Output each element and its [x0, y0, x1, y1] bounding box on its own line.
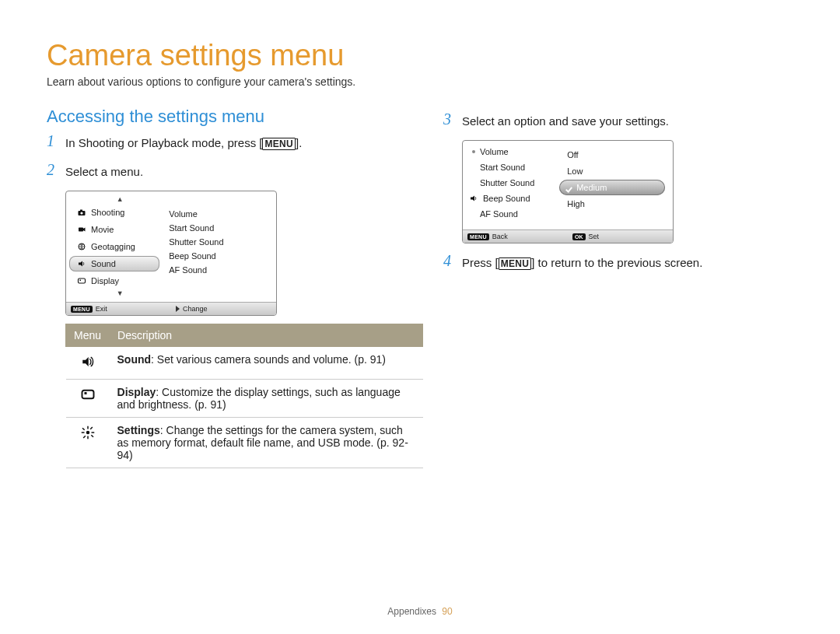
sound-icon [66, 347, 110, 380]
option-label: Volume [480, 147, 509, 156]
menu-item-label: Shooting [91, 208, 124, 217]
svg-marker-6 [79, 261, 82, 267]
step1-post: ]. [296, 136, 302, 149]
globe-icon [77, 242, 86, 251]
content-columns: Accessing the settings menu 1 In Shootin… [47, 107, 793, 468]
submenu-item: Volume [167, 207, 273, 221]
desc-name: Sound [117, 353, 152, 366]
table-row: Display: Customize the display settings,… [66, 380, 423, 418]
menu-description-table: Menu Description Sound: Set various came… [65, 324, 423, 468]
menu-item-sound: Sound [69, 256, 159, 271]
menu-item-label: Sound [91, 259, 116, 268]
sound-icon [77, 259, 86, 268]
menu-item-display: Display [69, 273, 159, 289]
table-row: Settings: Change the settings for the ca… [66, 418, 423, 468]
svg-marker-9 [82, 357, 89, 366]
table-header-desc: Description [110, 324, 423, 347]
footer-section: Appendixes [387, 606, 436, 617]
desc-name: Settings [117, 424, 160, 436]
footer-set-label: Set [589, 233, 600, 240]
footer-back-label: Back [492, 233, 508, 240]
svg-rect-19 [89, 427, 93, 430]
camera-icon [77, 208, 86, 217]
desc-text: : Customize the display settings, such a… [117, 386, 401, 411]
svg-rect-7 [79, 278, 86, 283]
step1-pre: In Shooting or Playback mode, press [ [65, 136, 262, 149]
options-right-pane: Off Low Medium High [559, 144, 673, 222]
step4-post: ] to return to the previous screen. [531, 256, 702, 269]
camera-screen-options: Volume Start Sound Shutter Sound [462, 140, 674, 243]
step-text: Select a menu. [65, 162, 143, 180]
step-2: 2 Select a menu. [47, 162, 397, 180]
svg-marker-4 [83, 228, 86, 232]
menu-key-badge: MENU [262, 138, 296, 150]
menu-right-pane: Volume Start Sound Shutter Sound Beep So… [163, 196, 276, 299]
step-number: 2 [47, 162, 58, 177]
steps-list-left: 1 In Shooting or Playback mode, press [M… [47, 133, 397, 180]
submenu-item: Start Sound [167, 221, 273, 235]
scroll-down-icon: ▼ [77, 290, 163, 297]
svg-rect-20 [82, 436, 86, 439]
svg-point-2 [80, 212, 82, 214]
camera-screen-footer: MENU Exit Change [66, 302, 276, 315]
menu-badge-icon: MENU [71, 306, 93, 313]
step-1: 1 In Shooting or Playback mode, press [M… [47, 133, 397, 151]
submenu-item: AF Sound [167, 263, 273, 277]
step-number: 4 [443, 253, 454, 268]
right-column: 3 Select an option and save your setting… [443, 107, 793, 468]
table-header-menu: Menu [66, 324, 110, 347]
svg-rect-3 [79, 228, 83, 232]
option-label: Beep Sound [483, 194, 530, 203]
svg-rect-16 [91, 432, 94, 433]
svg-rect-18 [90, 435, 93, 438]
step-text: Press [MENU] to return to the previous s… [462, 253, 702, 271]
menu-item-geotagging: Geotagging [69, 239, 159, 254]
option-value-label: Medium [576, 183, 607, 192]
svg-rect-13 [87, 426, 89, 429]
ok-badge-icon: OK [572, 233, 586, 240]
step-text: In Shooting or Playback mode, press [MEN… [65, 133, 302, 151]
desc-name: Display [117, 386, 156, 398]
footer-page-number: 90 [442, 606, 452, 617]
display-icon [66, 380, 110, 418]
option-row-volume: Volume [463, 144, 559, 159]
table-desc-cell: Settings: Change the settings for the ca… [110, 418, 423, 468]
table-desc-cell: Display: Customize the display settings,… [110, 380, 423, 418]
svg-point-12 [86, 431, 89, 435]
manual-page: Camera settings menu Learn about various… [0, 0, 840, 468]
option-label: Start Sound [480, 163, 525, 172]
footer-exit-label: Exit [96, 305, 107, 313]
submenu-item: Beep Sound [167, 249, 273, 263]
svg-rect-14 [87, 436, 89, 440]
option-row: Start Sound [463, 159, 559, 175]
page-intro: Learn about various options to configure… [47, 75, 793, 88]
option-label: AF Sound [480, 209, 518, 219]
sound-icon [469, 194, 478, 203]
option-value: Off [559, 147, 665, 163]
table-row: Sound: Set various camera sounds and vol… [66, 347, 423, 380]
page-title: Camera settings menu [47, 39, 793, 72]
section-subhead: Accessing the settings menu [47, 107, 397, 127]
menu-item-shooting: Shooting [69, 205, 159, 220]
desc-text: : Set various camera sounds and volume. … [151, 353, 386, 366]
scroll-up-icon: ▲ [77, 196, 163, 203]
svg-rect-10 [82, 391, 93, 399]
page-footer: Appendixes 90 [0, 606, 840, 617]
svg-marker-21 [471, 196, 474, 201]
option-row: AF Sound [463, 206, 559, 222]
option-row-beep: Beep Sound [463, 191, 559, 206]
gear-icon [66, 418, 110, 468]
steps-list-right: 3 Select an option and save your setting… [443, 111, 793, 129]
steps-list-right-2: 4 Press [MENU] to return to the previous… [443, 253, 793, 271]
desc-text: : Change the settings for the camera sys… [117, 424, 408, 461]
menu-badge-icon: MENU [467, 233, 489, 240]
menu-left-pane: ▲ Shooting Movie [66, 196, 163, 299]
option-label: Shutter Sound [480, 178, 534, 187]
step-number: 3 [443, 111, 454, 127]
movie-icon [77, 225, 86, 234]
step4-pre: Press [ [462, 256, 499, 269]
step-text: Select an option and save your settings. [462, 111, 669, 129]
svg-rect-15 [81, 432, 84, 433]
left-column: Accessing the settings menu 1 In Shootin… [47, 107, 397, 468]
step-number: 1 [47, 133, 58, 149]
